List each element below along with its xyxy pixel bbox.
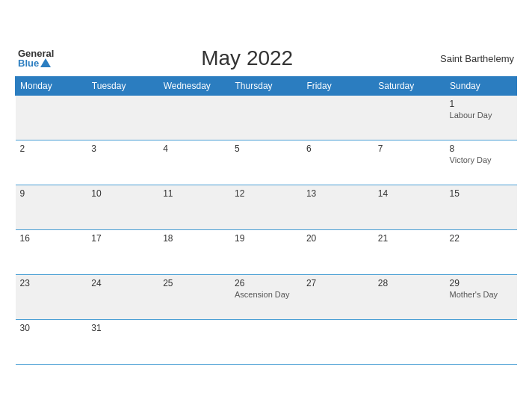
day-number: 31 [91,323,154,333]
calendar-container: General Blue May 2022 Saint Barthelemy M… [7,39,525,372]
day-number: 5 [235,143,297,154]
calendar-cell: 15 [445,185,517,230]
calendar-cell: 24 [87,275,158,320]
calendar-cell: 12 [230,185,302,230]
day-number: 30 [20,323,83,333]
calendar-cell: 30 [16,320,87,365]
calendar-cell [230,96,302,140]
calendar-cell [374,320,445,365]
day-number: 2 [20,143,83,154]
day-number: 24 [91,278,154,288]
calendar-cell [16,96,87,140]
calendar-cell [230,320,302,365]
calendar-cell [158,320,230,365]
day-number: 6 [306,143,369,154]
calendar-row: 2345678Victory Day [16,140,517,185]
day-number: 21 [378,233,441,244]
calendar-cell: 16 [16,230,87,275]
calendar-row: 1Labour Day [16,96,517,140]
calendar-cell: 3 [87,140,158,185]
day-number: 20 [306,233,369,244]
calendar-cell [302,320,374,365]
day-number: 26 [235,278,297,288]
calendar-cell: 21 [374,230,445,275]
calendar-cell: 20 [302,230,374,275]
calendar-cell: 19 [230,230,302,275]
weekday-header-wednesday: Wednesday [158,77,230,96]
calendar-cell: 29Mother's Day [445,275,517,320]
weekday-header-row: MondayTuesdayWednesdayThursdayFridaySatu… [16,77,517,96]
calendar-cell: 2 [16,140,87,185]
calendar-cell [302,96,374,140]
calendar-cell: 18 [158,230,230,275]
weekday-header-monday: Monday [16,77,87,96]
day-number: 1 [450,99,513,109]
calendar-cell: 31 [87,320,158,365]
calendar-row: 23242526Ascension Day272829Mother's Day [16,275,517,320]
day-number: 16 [20,233,83,244]
calendar-cell: 26Ascension Day [230,275,302,320]
logo: General Blue [18,49,54,68]
calendar-cell: 25 [158,275,230,320]
day-event: Labour Day [450,111,513,120]
calendar-table: MondayTuesdayWednesdayThursdayFridaySatu… [15,76,517,365]
day-event: Ascension Day [235,290,297,299]
day-number: 29 [450,278,513,288]
day-number: 11 [163,188,226,199]
calendar-cell: 8Victory Day [445,140,517,185]
day-number: 27 [306,278,369,288]
day-number: 8 [450,143,513,154]
weekday-header-sunday: Sunday [445,77,517,96]
day-event: Mother's Day [450,290,513,299]
calendar-row: 9101112131415 [16,185,517,230]
calendar-cell: 23 [16,275,87,320]
calendar-cell: 13 [302,185,374,230]
calendar-row: 16171819202122 [16,230,517,275]
day-number: 19 [235,233,297,244]
weekday-header-tuesday: Tuesday [87,77,158,96]
weekday-header-friday: Friday [302,77,374,96]
calendar-cell: 6 [302,140,374,185]
calendar-cell: 9 [16,185,87,230]
calendar-cell: 27 [302,275,374,320]
calendar-cell: 28 [374,275,445,320]
day-number: 25 [163,278,226,288]
calendar-cell [158,96,230,140]
day-number: 9 [20,188,83,199]
calendar-cell: 1Labour Day [445,96,517,140]
calendar-cell: 11 [158,185,230,230]
calendar-cell: 4 [158,140,230,185]
day-number: 17 [91,233,154,244]
day-number: 18 [163,233,226,244]
calendar-cell: 10 [87,185,158,230]
calendar-cell [374,96,445,140]
day-number: 7 [378,143,441,154]
calendar-cell: 7 [374,140,445,185]
logo-triangle-icon [40,58,51,67]
day-number: 23 [20,278,83,288]
calendar-cell: 17 [87,230,158,275]
day-number: 3 [91,143,154,154]
calendar-title: May 2022 [54,46,440,70]
day-number: 10 [91,188,154,199]
day-number: 15 [450,188,513,199]
calendar-location: Saint Barthelemy [440,53,514,64]
calendar-header: General Blue May 2022 Saint Barthelemy [15,46,517,70]
weekday-header-saturday: Saturday [374,77,445,96]
day-number: 22 [450,233,513,244]
calendar-cell: 22 [445,230,517,275]
day-number: 13 [306,188,369,199]
day-number: 28 [378,278,441,288]
day-number: 14 [378,188,441,199]
day-number: 4 [163,143,226,154]
calendar-row: 3031 [16,320,517,365]
logo-blue-text: Blue [18,58,54,68]
day-event: Victory Day [450,155,513,164]
calendar-cell: 5 [230,140,302,185]
calendar-cell [445,320,517,365]
weekday-header-thursday: Thursday [230,77,302,96]
calendar-cell [87,96,158,140]
calendar-cell: 14 [374,185,445,230]
day-number: 12 [235,188,297,199]
